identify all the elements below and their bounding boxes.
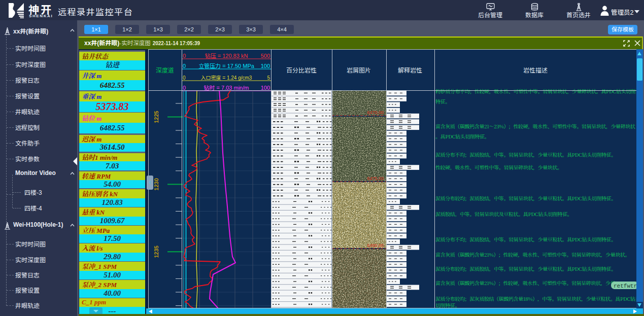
svg-text:粉砂质分布不均；性较硬，吸水性、可塑性中等。岩屑呈块状，少量: 粉砂质分布不均；性较硬，吸水性、可塑性中等。岩屑呈块状，少量碎块状。具PDC钻头… (435, 87, 636, 95)
svg-text:钻时 = 7.03 min/m: 钻时 = 7.03 min/m (204, 85, 249, 91)
svg-text:6480.00: 6480.00 (367, 243, 384, 248)
svg-text:泥质分布不均；泥质胶结，中等。岩屑呈块状，少量豆粒状。具PD: 泥质分布不均；泥质胶结，中等。岩屑呈块状，少量豆粒状。具PDC钻头切削特征。 (435, 235, 616, 243)
svg-text:100: 100 (261, 63, 270, 69)
svg-text:0: 0 (183, 85, 186, 91)
svg-text:泥质分布较均；泥灰质胶结（碳酸钙含量18%），中等。岩屑呈块: 泥质分布较均；泥灰质胶结（碳酸钙含量18%），中等。岩屑呈块状，少量豆粒状。具P… (435, 295, 637, 302)
svg-text:500: 500 (261, 53, 270, 59)
svg-text:100: 100 (261, 85, 270, 91)
svg-text:1235: 1235 (153, 245, 159, 258)
svg-text:富含灰质（碳酸钙含量21%）；性较硬，吸水性、可塑性中等。岩: 富含灰质（碳酸钙含量21%）；性较硬，吸水性、可塑性中等。岩屑呈碎块状，少量 (435, 279, 616, 287)
svg-text:1230: 1230 (153, 178, 159, 190)
svg-text:深度道: 深度道 (156, 65, 174, 74)
svg-text:岩屑图片: 岩屑图片 (347, 65, 371, 74)
svg-text:富含灰质（碳酸钙含量21～23%）；性较硬，吸水性、可塑性中: 富含灰质（碳酸钙含量21～23%）；性较硬，吸水性、可塑性中等。岩屑呈块状，少量… (435, 122, 635, 130)
svg-text:特征。: 特征。 (435, 97, 450, 105)
svg-text:0: 0 (183, 53, 186, 59)
svg-text:切削特征。: 切削特征。 (435, 301, 460, 308)
svg-text:泥质分布不均；泥质胶结，中等。岩屑呈块状，少量豆粒状。具PD: 泥质分布不均；泥质胶结，中等。岩屑呈块状，少量豆粒状。具PDC钻头切削特征。 (435, 151, 616, 158)
svg-text:百分比岩性: 百分比岩性 (286, 65, 317, 74)
svg-text:6475.00: 6475.00 (367, 176, 384, 181)
svg-text:性较硬，吸水性、可塑性中等。岩屑呈碎块状，少量块状。: 性较硬，吸水性、可塑性中等。岩屑呈碎块状，少量块状。 (435, 163, 562, 171)
svg-text:立管压力 = 17.50 MPa: 立管压力 = 17.50 MPa (198, 63, 255, 69)
svg-text:入口密度 = 1.24 g/cm3: 入口密度 = 1.24 g/cm3 (201, 75, 252, 81)
svg-text:。具PDC钻头切削特征。: 。具PDC钻头切削特征。 (435, 132, 489, 140)
svg-text:泥质分布较均；泥质胶结，中等。岩屑呈块状，少量豆粒状。具PD: 泥质分布较均；泥质胶结，中等。岩屑呈块状，少量豆粒状。具PDC钻头切削特征。 (435, 265, 616, 272)
svg-text:6470.00: 6470.00 (367, 110, 384, 115)
svg-text:岩性描述: 岩性描述 (523, 65, 548, 74)
svg-text:0: 0 (183, 63, 186, 69)
svg-text:解释岩性: 解释岩性 (398, 65, 422, 74)
svg-text:retfwtrey: retfwtrey (614, 283, 637, 289)
svg-text:钻压 = 120.83 kN: 钻压 = 120.83 kN (205, 53, 248, 59)
svg-text:富含灰质（碳酸钙含量21%）；性较硬，吸水性、可塑性中等。岩: 富含灰质（碳酸钙含量21%）；性较硬，吸水性、可塑性中等。岩屑呈碎块状，少量块状… (435, 251, 630, 258)
svg-text:泥质胶结，中等。岩屑呈块状及豆粒状。具PDC钻头切削特征。: 泥质胶结，中等。岩屑呈块状及豆粒状。具PDC钻头切削特征。 (435, 210, 572, 218)
svg-text:1225: 1225 (153, 111, 159, 123)
svg-text:5: 5 (267, 75, 270, 81)
svg-text:泥质分布较均；泥质胶结，中等。岩屑呈块状，少量豆粒状。具PD: 泥质分布较均；泥质胶结，中等。岩屑呈块状，少量豆粒状。具PDC钻头切削特征。 (435, 194, 616, 202)
svg-text:0: 0 (183, 75, 186, 81)
